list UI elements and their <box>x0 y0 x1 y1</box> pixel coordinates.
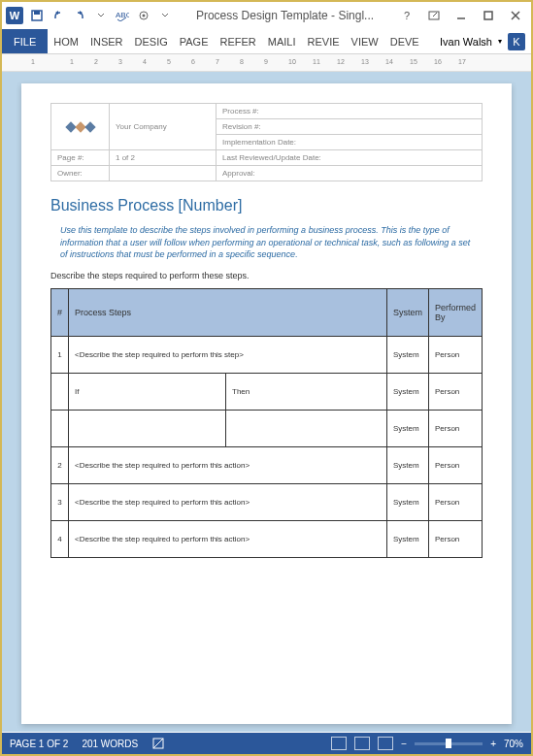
qat-more-icon[interactable] <box>91 6 111 25</box>
qat-dropdown-icon[interactable] <box>155 6 175 25</box>
cell-system: System <box>386 520 428 557</box>
ruler-mark: 12 <box>337 58 345 65</box>
touch-mode-icon[interactable] <box>134 6 153 25</box>
zoom-thumb[interactable] <box>446 739 451 748</box>
status-words[interactable]: 201 WORDS <box>82 739 138 749</box>
ruler-mark: 2 <box>94 58 98 65</box>
maximize-icon[interactable] <box>477 6 500 25</box>
ruler-mark: 11 <box>313 58 320 65</box>
cell-num <box>51 410 69 446</box>
svg-line-11 <box>153 739 163 748</box>
window-controls: ? <box>395 6 527 25</box>
document-area[interactable]: Your Company Process #: Revision #: Impl… <box>2 72 531 732</box>
cell-num: 1 <box>51 336 69 373</box>
cell-performed: Person <box>428 520 482 557</box>
ruler-mark: 10 <box>288 58 296 65</box>
ribbon-display-icon[interactable] <box>422 6 446 25</box>
undo-icon[interactable] <box>49 6 68 25</box>
col-steps: Process Steps <box>69 288 387 336</box>
ruler-mark: 7 <box>216 58 219 65</box>
save-icon[interactable] <box>27 6 47 25</box>
document-page[interactable]: Your Company Process #: Revision #: Impl… <box>21 83 512 724</box>
user-name: Ivan Walsh <box>440 36 492 48</box>
document-describe: Describe the steps required to perform t… <box>50 271 483 280</box>
svg-point-4 <box>143 15 146 17</box>
redo-icon[interactable] <box>70 6 89 25</box>
close-icon[interactable] <box>504 6 527 25</box>
cell-performed: Person <box>428 483 482 520</box>
process-steps-table: # Process Steps System Performed By 1 <D… <box>50 288 483 558</box>
owner-label: Owner: <box>51 166 110 181</box>
ruler-mark: 13 <box>361 58 369 65</box>
table-row: 3 <Describe the step required to perform… <box>51 483 483 520</box>
tab-mailings[interactable]: MAILI <box>262 29 302 53</box>
status-page[interactable]: PAGE 1 OF 2 <box>10 739 68 749</box>
svg-text:ABC: ABC <box>116 11 129 19</box>
cell-step: <Describe the step required to perform t… <box>69 336 387 373</box>
user-area[interactable]: Ivan Walsh ▾ K <box>440 29 531 53</box>
cell-step: <Describe the step required to perform t… <box>69 483 387 520</box>
ruler-mark: 1 <box>31 58 35 65</box>
col-performed: Performed By <box>428 288 482 336</box>
status-bar: PAGE 1 OF 2 201 WORDS − + 70% <box>2 733 531 754</box>
horizontal-ruler[interactable]: 1 1 2 3 4 5 6 7 8 9 10 11 12 13 14 15 16… <box>2 54 531 72</box>
col-number: # <box>51 288 69 336</box>
file-tab[interactable]: FILE <box>2 29 48 53</box>
read-mode-icon[interactable] <box>331 737 347 750</box>
app-icon: W <box>6 7 23 24</box>
tab-developer[interactable]: DEVE <box>384 29 425 53</box>
print-layout-icon[interactable] <box>354 737 370 750</box>
ribbon-tabs: FILE HOM INSER DESIG PAGE REFER MAILI RE… <box>2 29 531 54</box>
tab-home[interactable]: HOM <box>48 29 84 53</box>
spellcheck-icon[interactable]: ABC <box>113 6 132 25</box>
titlebar: W ABC Process Design Template - Singl...… <box>2 2 531 29</box>
minimize-icon[interactable] <box>450 6 473 25</box>
cell-performed: Person <box>428 410 482 446</box>
status-proofing-icon[interactable] <box>151 737 165 750</box>
zoom-level[interactable]: 70% <box>504 739 523 749</box>
ruler-mark: 6 <box>191 58 195 65</box>
cell-num <box>51 373 69 410</box>
table-row: 2 <Describe the step required to perform… <box>51 446 483 483</box>
zoom-slider[interactable] <box>415 742 483 745</box>
tab-references[interactable]: REFER <box>215 29 262 53</box>
cell-step: <Describe the step required to perform t… <box>69 446 387 483</box>
tab-view[interactable]: VIEW <box>346 29 384 53</box>
ruler-mark: 14 <box>385 58 393 65</box>
company-cell: Your Company <box>110 104 217 150</box>
svg-rect-7 <box>484 12 492 19</box>
tab-review[interactable]: REVIE <box>302 29 346 53</box>
ruler-mark: 15 <box>410 58 417 65</box>
cell-then: Then <box>226 373 387 410</box>
page-label: Page #: <box>51 150 110 166</box>
ruler-mark: 16 <box>434 58 442 65</box>
last-reviewed-label: Last Reviewed/Update Date: <box>217 150 483 166</box>
table-row: 4 <Describe the step required to perform… <box>51 520 483 557</box>
tab-design[interactable]: DESIG <box>129 29 174 53</box>
zoom-out-icon[interactable]: − <box>401 739 407 749</box>
cell-step: <Describe the step required to perform t… <box>69 520 387 557</box>
help-icon[interactable]: ? <box>395 6 418 25</box>
cell-system: System <box>386 336 428 373</box>
tab-page-layout[interactable]: PAGE <box>174 29 215 53</box>
approval-label: Approval: <box>217 166 483 181</box>
cell-if <box>69 410 226 446</box>
ruler-mark: 17 <box>458 58 466 65</box>
web-layout-icon[interactable] <box>378 737 393 750</box>
table-row: System Person <box>51 410 483 446</box>
cell-system: System <box>386 373 428 410</box>
cell-system: System <box>386 446 428 483</box>
document-header-table: Your Company Process #: Revision #: Impl… <box>50 103 483 181</box>
cell-performed: Person <box>428 446 482 483</box>
cell-then <box>226 410 387 446</box>
document-title: Business Process [Number] <box>50 197 483 214</box>
cell-performed: Person <box>428 336 482 373</box>
ruler-mark: 5 <box>167 58 171 65</box>
impl-date-label: Implementation Date: <box>217 135 483 150</box>
cell-num: 3 <box>51 483 69 520</box>
ruler-mark: 4 <box>143 58 147 65</box>
tab-insert[interactable]: INSER <box>84 29 129 53</box>
revision-label: Revision #: <box>217 119 483 135</box>
table-row: 1 <Describe the step required to perform… <box>51 336 483 373</box>
zoom-in-icon[interactable]: + <box>490 739 496 749</box>
